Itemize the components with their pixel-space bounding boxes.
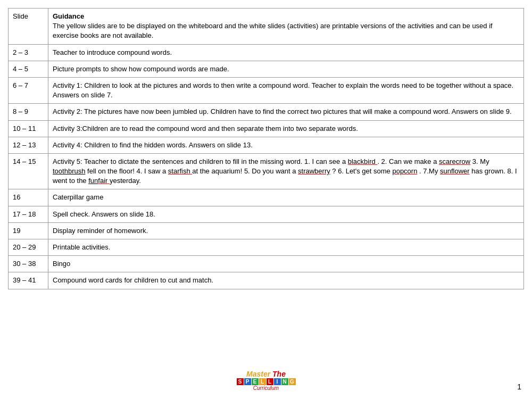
logo-spelling: SPELLING <box>237 378 296 385</box>
guidance-cell: Activity 4: Children to find the hidden … <box>48 137 524 153</box>
logo-curriculum: Curriculum <box>253 385 279 391</box>
guidance-cell: Activity 2: The pictures have now been j… <box>48 104 524 120</box>
guidance-cell: Compound word cards for children to cut … <box>48 272 524 289</box>
word-starfish: starfish <box>168 167 193 175</box>
table-header-row: Slide Guidance The yellow slides are to … <box>9 9 524 45</box>
page-wrapper: Slide Guidance The yellow slides are to … <box>0 0 532 332</box>
word-blackbird: blackbird <box>348 157 378 165</box>
guidance-cell: Caterpillar game <box>48 189 524 206</box>
slide-label: 14 – 15 <box>9 153 48 189</box>
word-sunflower: sunflower <box>440 167 470 175</box>
table-row: 4 – 5 Picture prompts to show how compou… <box>9 61 524 77</box>
slide-label: 10 – 11 <box>9 120 48 137</box>
guidance-table: Slide Guidance The yellow slides are to … <box>8 8 524 289</box>
slide-label: 2 – 3 <box>9 44 48 61</box>
guidance-cell: Teacher to introduce compound words. <box>48 44 524 61</box>
guidance-cell: Spell check. Answers on slide 18. <box>48 206 524 222</box>
slide-label: 16 <box>9 189 48 206</box>
word-strawberry: strawberry <box>298 167 330 175</box>
table-row: 20 – 29 Printable activities. <box>9 239 524 256</box>
intro-text: The yellow slides are to be displayed on… <box>53 22 493 39</box>
guidance-cell: Display reminder of homework. <box>48 222 524 239</box>
slide-label: 30 – 38 <box>9 256 48 272</box>
guidance-cell: Activity 5: Teacher to dictate the sente… <box>48 153 524 189</box>
table-row: 39 – 41 Compound word cards for children… <box>9 272 524 289</box>
table-row: 17 – 18 Spell check. Answers on slide 18… <box>9 206 524 222</box>
table-row: 2 – 3 Teacher to introduce compound word… <box>9 44 524 61</box>
word-scarecrow: scarecrow <box>439 157 470 165</box>
guidance-cell: Activity 1: Children to look at the pict… <box>48 77 524 103</box>
table-row: 10 – 11 Activity 3:Children are to read … <box>9 120 524 137</box>
slide-label: 19 <box>9 222 48 239</box>
table-row: 16 Caterpillar game <box>9 189 524 206</box>
page-number: 1 <box>517 383 521 391</box>
footer: Master The SPELLING Curriculum <box>0 370 532 391</box>
guidance-cell: Printable activities. <box>48 239 524 256</box>
slide-label: 6 – 7 <box>9 77 48 103</box>
table-row: 6 – 7 Activity 1: Children to look at th… <box>9 77 524 103</box>
slide-label: 4 – 5 <box>9 61 48 77</box>
table-row: 30 – 38 Bingo <box>9 256 524 272</box>
header-guidance: Guidance The yellow slides are to be dis… <box>48 9 524 45</box>
logo: Master The SPELLING Curriculum <box>237 370 296 391</box>
slide-label: 17 – 18 <box>9 206 48 222</box>
word-toothbrush: toothbrush <box>53 167 85 175</box>
guidance-cell: Picture prompts to show how compound wor… <box>48 61 524 77</box>
table-row: 14 – 15 Activity 5: Teacher to dictate t… <box>9 153 524 189</box>
slide-label: 20 – 29 <box>9 239 48 256</box>
header-slide: Slide <box>9 9 48 45</box>
table-row: 19 Display reminder of homework. <box>9 222 524 239</box>
logo-title: Master The <box>246 370 286 378</box>
guidance-cell: Activity 3:Children are to read the comp… <box>48 120 524 137</box>
word-funfair: funfair <box>88 177 110 185</box>
table-row: 12 – 13 Activity 4: Children to find the… <box>9 137 524 153</box>
table-row: 8 – 9 Activity 2: The pictures have now … <box>9 104 524 120</box>
word-popcorn: popcorn <box>392 167 417 175</box>
slide-label: 12 – 13 <box>9 137 48 153</box>
slide-label: 39 – 41 <box>9 272 48 289</box>
guidance-cell: Bingo <box>48 256 524 272</box>
slide-label: 8 – 9 <box>9 104 48 120</box>
